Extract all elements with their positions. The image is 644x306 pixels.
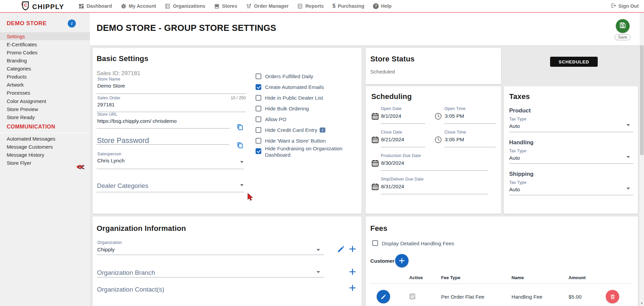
- nav-item-purchasing[interactable]: $ Purchasing: [332, 3, 364, 9]
- organization-caret-icon[interactable]: [317, 249, 320, 251]
- checkbox-hide-credit-card-entry[interactable]: [256, 127, 261, 133]
- open-date-field[interactable]: 8/1/2024: [381, 113, 401, 119]
- calendar-icon[interactable]: [371, 136, 379, 145]
- sidebar-item-store-ready[interactable]: Store Ready: [0, 113, 90, 121]
- scrollbar-track[interactable]: ▼: [640, 13, 644, 306]
- nav-label: Order Manager: [254, 3, 288, 9]
- nav-item-order-manager[interactable]: Order Manager: [246, 3, 288, 9]
- organization-branch-select[interactable]: Organization Branch: [97, 269, 155, 276]
- brand-name: CHIPPLY: [32, 3, 64, 11]
- sidebar-item-artwork[interactable]: Artwork: [0, 81, 90, 89]
- scrollbar-down-icon[interactable]: ▼: [640, 302, 643, 305]
- checkbox-hide-public-dealer-list[interactable]: [256, 95, 261, 101]
- sidebar-item-message-history[interactable]: Message History: [0, 151, 90, 159]
- sidebar-item-products[interactable]: Products: [0, 72, 90, 81]
- nav-item-dashboard[interactable]: Dashboard: [78, 3, 112, 9]
- copy-url-icon[interactable]: [236, 123, 244, 131]
- checkbox-label: Hide 'Want a Store' Button: [265, 138, 326, 144]
- add-fee-button[interactable]: [395, 254, 409, 267]
- fee-active-checkbox[interactable]: [410, 294, 415, 299]
- edit-organization-icon[interactable]: [337, 245, 345, 255]
- dealer-categories-caret-icon[interactable]: [240, 184, 244, 186]
- nav-item-organizations[interactable]: Organizations: [165, 3, 205, 9]
- store-password-field[interactable]: Store Password: [97, 136, 149, 145]
- copy-password-icon[interactable]: [236, 142, 244, 149]
- edit-fee-button[interactable]: [377, 290, 390, 303]
- add-organization-icon[interactable]: [348, 245, 357, 255]
- open-time-field[interactable]: 3:05 PM: [445, 113, 464, 119]
- product-tax-caret-icon[interactable]: [627, 124, 630, 126]
- sidebar-item-color-assignment[interactable]: Color Assignment: [0, 97, 90, 105]
- clock-icon[interactable]: [434, 136, 442, 145]
- clock-icon[interactable]: [434, 112, 442, 121]
- handling-tax-caret-icon[interactable]: [627, 156, 630, 158]
- fees-header-active: Active: [409, 275, 423, 280]
- close-time-field[interactable]: 3:05 PM: [445, 137, 464, 143]
- production-due-field[interactable]: 8/30/2024: [381, 160, 404, 166]
- sidebar-item-e-certificates[interactable]: E-Certificates: [0, 40, 90, 48]
- close-date-label: Close Date: [381, 130, 402, 135]
- dealer-categories-select[interactable]: Dealer Categories: [97, 182, 148, 190]
- organization-info-card: Organization Information Organization Ch…: [93, 216, 362, 306]
- product-tax-type-select[interactable]: Auto: [509, 123, 520, 129]
- checkbox-hide-bulk-ordering[interactable]: [256, 106, 261, 111]
- sidebar-item-processes[interactable]: Processes: [0, 89, 90, 97]
- open-time-label: Open Time: [444, 106, 466, 111]
- checkbox-display-detailed-handling-fees[interactable]: [372, 240, 378, 246]
- scheduling-card: Scheduling Open Date 8/1/2024 Open Time …: [366, 86, 501, 214]
- handling-tax-type-select[interactable]: Auto: [509, 155, 520, 161]
- checkbox-label: Hide Credit Card Entry: [265, 127, 317, 133]
- shipping-tax-type-select[interactable]: Auto: [509, 187, 520, 193]
- organization-info-title: Organization Information: [97, 224, 186, 233]
- add-branch-icon[interactable]: [348, 267, 357, 277]
- fees-header-name: Name: [512, 275, 524, 280]
- save-icon: [619, 21, 627, 31]
- store-url-field[interactable]: https://bsg.chipply.com/ chrisdemo: [97, 118, 177, 124]
- sign-out-button[interactable]: Sign Out: [610, 0, 639, 12]
- organization-select[interactable]: Chipply: [97, 247, 115, 253]
- sidebar-item-promo-codes[interactable]: Promo Codes: [0, 48, 90, 56]
- save-button[interactable]: [616, 19, 630, 33]
- nav-item-my-account[interactable]: My Account: [121, 3, 156, 9]
- nav-item-help[interactable]: ? Help: [373, 3, 391, 9]
- shipping-tax-type-label: Tax Type: [509, 180, 526, 185]
- shipping-tax-caret-icon[interactable]: [627, 188, 630, 190]
- checkbox-hide-fundraising[interactable]: [256, 148, 261, 154]
- checkbox-label: Hide Fundraising on Organization Dashboa…: [265, 145, 367, 158]
- nav-label: My Account: [129, 3, 156, 9]
- sidebar-item-settings[interactable]: Settings: [0, 32, 90, 40]
- store-name-field[interactable]: Demo Store: [97, 83, 125, 89]
- sales-order-field[interactable]: 297181: [97, 102, 115, 108]
- scrollbar-thumb[interactable]: [640, 45, 644, 155]
- checkbox-allow-po[interactable]: [256, 116, 261, 122]
- dollar-icon: $: [332, 3, 335, 9]
- sidebar-item-categories[interactable]: Categories: [0, 64, 90, 72]
- organization-branch-caret-icon[interactable]: [317, 271, 320, 273]
- chipply-logo[interactable]: C CHIPPLY: [21, 1, 64, 13]
- sidebar-item-message-customers[interactable]: Message Customers: [0, 143, 90, 151]
- salesperson-caret-icon[interactable]: [240, 161, 244, 163]
- sidebar-section-communication: COMMUNICATION: [7, 124, 55, 130]
- store-info-icon[interactable]: i: [68, 19, 76, 28]
- sidebar-item-automated-messages[interactable]: Automated Messages: [0, 135, 90, 143]
- ship-due-label: Ship/Deliver Due Date: [381, 177, 424, 182]
- credit-card-info-icon[interactable]: i: [320, 128, 325, 133]
- nav-item-stores[interactable]: Stores: [214, 3, 237, 9]
- add-contact-icon[interactable]: [348, 284, 357, 294]
- sidebar-collapse-button[interactable]: <<: [76, 162, 83, 171]
- ship-due-field[interactable]: 8/31/2024: [381, 184, 404, 190]
- checkbox-hide-want-a-store[interactable]: [256, 138, 261, 144]
- checkbox-create-automated-emails[interactable]: [256, 84, 261, 90]
- close-date-field[interactable]: 8/21/2024: [381, 137, 404, 143]
- calendar-icon[interactable]: [371, 183, 379, 192]
- calendar-icon[interactable]: [371, 112, 379, 121]
- checkbox-orders-fulfilled-daily[interactable]: [256, 73, 261, 79]
- sidebar-item-branding[interactable]: Branding: [0, 56, 90, 64]
- calendar-icon[interactable]: [371, 159, 379, 168]
- nav-item-reports[interactable]: Reports: [297, 3, 324, 9]
- sidebar-item-store-preview[interactable]: Store Preview: [0, 105, 90, 113]
- salesperson-select[interactable]: Chris Lynch: [97, 158, 124, 164]
- shipping-tax-heading: Shipping: [509, 171, 534, 177]
- nav-label: Dashboard: [87, 3, 112, 9]
- delete-fee-button[interactable]: [606, 290, 619, 303]
